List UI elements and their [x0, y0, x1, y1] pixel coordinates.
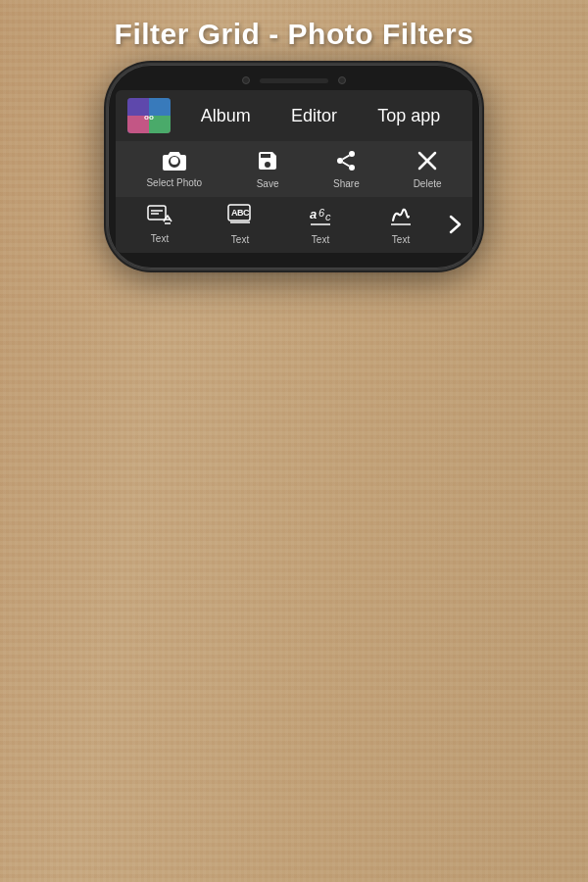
text-cursive-button[interactable]: Text [361, 203, 441, 245]
camera-icon [162, 150, 187, 175]
select-photo-label: Select Photo [146, 177, 202, 188]
text-script-button[interactable]: a 6 c Text [280, 203, 361, 245]
phone-top-bar [116, 76, 472, 90]
phone-chin [116, 253, 472, 261]
text-edit-icon [146, 204, 173, 230]
text-abc-icon: A B C [226, 203, 254, 231]
text-abc-button[interactable]: A B C Text [200, 203, 280, 245]
page-title: Filter Grid - Photo Filters [0, 0, 588, 65]
phone-screen: oo Album Editor Top app Select Photo [116, 90, 472, 253]
svg-text:6: 6 [318, 207, 325, 219]
text-script-label: Text [312, 234, 329, 245]
save-label: Save [257, 178, 279, 189]
speaker-grille [260, 78, 328, 83]
svg-text:c: c [325, 211, 331, 222]
svg-line-9 [343, 163, 350, 167]
svg-point-7 [337, 158, 343, 164]
save-button[interactable]: Save [256, 149, 279, 189]
share-label: Share [333, 178, 360, 189]
text-cursive-icon [387, 203, 415, 231]
svg-point-8 [349, 165, 355, 171]
svg-rect-34 [148, 206, 166, 220]
delete-icon [416, 149, 439, 176]
text-edit-button[interactable]: Text [120, 204, 200, 244]
svg-text:a: a [310, 207, 317, 221]
svg-point-6 [349, 151, 355, 157]
nav-bar: oo Album Editor Top app [116, 90, 472, 141]
svg-text:oo: oo [144, 113, 154, 122]
text-abc-label: Text [231, 234, 249, 245]
sensor-dot [338, 76, 346, 84]
text-cursive-label: Text [392, 234, 410, 245]
nav-tabs: Album Editor Top app [180, 104, 461, 128]
tab-topapp[interactable]: Top app [371, 104, 446, 128]
text-edit-label: Text [151, 233, 169, 244]
save-icon [256, 149, 279, 176]
share-button[interactable]: Share [333, 149, 360, 189]
tab-editor[interactable]: Editor [285, 104, 343, 128]
select-photo-button[interactable]: Select Photo [146, 150, 202, 188]
svg-line-10 [343, 156, 350, 160]
app-thumbnail[interactable]: oo [127, 98, 171, 133]
svg-text:C: C [243, 208, 250, 218]
tab-album[interactable]: Album [195, 104, 257, 128]
text-script-icon: a 6 c [307, 203, 334, 231]
delete-button[interactable]: Delete [414, 149, 442, 189]
next-arrow-button[interactable] [441, 213, 468, 236]
editor-toolbar: Select Photo Save [116, 141, 472, 197]
bottom-toolbar: Text A B C Text a [116, 197, 472, 253]
share-icon [334, 149, 358, 176]
delete-label: Delete [414, 178, 442, 189]
phone-device: oo Album Editor Top app Select Photo [108, 65, 480, 269]
front-camera [242, 76, 250, 84]
